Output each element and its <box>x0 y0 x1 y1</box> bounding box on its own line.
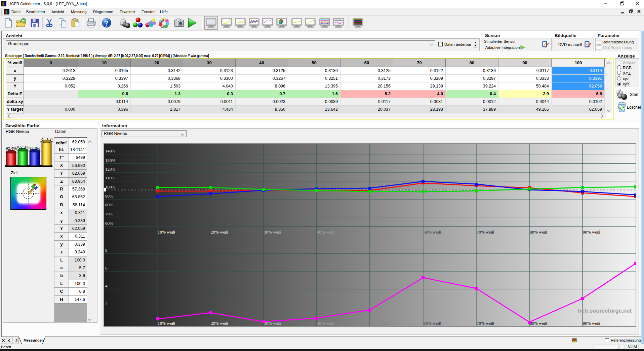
svg-text:90%: 90% <box>105 194 113 199</box>
svg-text:10% weiß: 10% weiß <box>158 321 175 326</box>
svg-text:30% weiß: 30% weiß <box>264 230 282 235</box>
svg-text:70% weiß: 70% weiß <box>477 230 494 235</box>
svg-text:20% weiß: 20% weiß <box>211 230 229 235</box>
svg-text:80%: 80% <box>105 202 113 207</box>
svg-text:50% weiß: 50% weiß <box>370 321 388 326</box>
svg-text:40% weiß: 40% weiß <box>317 321 335 326</box>
svg-text:90% weiß: 90% weiß <box>583 230 601 235</box>
svg-text:90% weiß: 90% weiß <box>583 321 601 326</box>
svg-text:130%: 130% <box>105 158 116 163</box>
svg-text:6: 6 <box>105 266 108 271</box>
svg-text:80% weiß: 80% weiß <box>530 321 548 326</box>
svg-text:4: 4 <box>105 283 108 288</box>
svg-text:60% weiß: 60% weiß <box>424 230 441 235</box>
svg-text:70% weiß: 70% weiß <box>477 321 494 326</box>
svg-text:50% weiß: 50% weiß <box>370 230 388 235</box>
svg-text:60% weiß: 60% weiß <box>424 321 441 326</box>
svg-text:60%: 60% <box>105 221 113 226</box>
svg-text:20% weiß: 20% weiß <box>211 321 229 326</box>
svg-text:140%: 140% <box>105 148 116 153</box>
svg-text:100%: 100% <box>105 184 116 189</box>
svg-text:80% weiß: 80% weiß <box>530 230 548 235</box>
svg-text:110%: 110% <box>105 175 115 180</box>
svg-text:?: ? <box>105 19 109 27</box>
svg-text:120%: 120% <box>105 167 116 172</box>
svg-text:40% weiß: 40% weiß <box>317 230 335 235</box>
svg-text:hcfr.sourceforge.net: hcfr.sourceforge.net <box>578 308 632 314</box>
svg-text:8: 8 <box>105 248 108 253</box>
svg-text:70%: 70% <box>105 211 113 216</box>
svg-text:10% weiß: 10% weiß <box>158 230 175 235</box>
svg-text:2: 2 <box>105 301 108 306</box>
